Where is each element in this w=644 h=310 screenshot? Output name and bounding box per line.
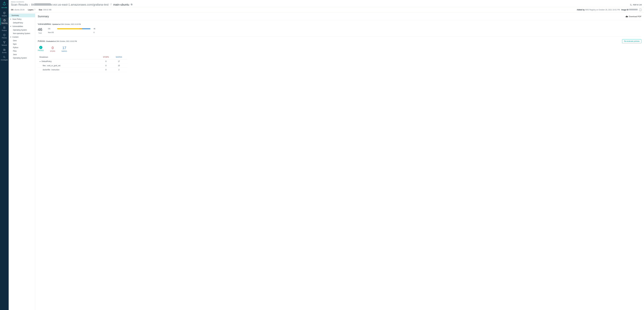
meta-os: ubuntu 20.04 bbox=[14, 9, 24, 11]
nav-scanning[interactable]: Scanning bbox=[0, 18, 9, 25]
reevaluate-policies-button[interactable]: Re-evaluate policies bbox=[622, 39, 642, 43]
image-metadata-bar: OSubuntu 20.04 Layers7 Size336.81 MB Add… bbox=[9, 7, 644, 13]
nav-network-label: Network bbox=[2, 44, 7, 46]
meta-added-by: AWS Registry bbox=[585, 9, 596, 11]
global-nav: SECURE Insights Scanning Posture Policie… bbox=[0, 0, 9, 310]
nav-posture[interactable]: Posture bbox=[0, 25, 9, 32]
sidebar-npm[interactable]: Npm bbox=[9, 42, 35, 46]
nav-investigate[interactable]: Investigate bbox=[0, 54, 9, 62]
sidebar-default-policy[interactable]: DefaultPolicy bbox=[9, 21, 35, 24]
product-logo[interactable] bbox=[2, 1, 7, 6]
sidebar-scan-policy[interactable]: Scan Policy bbox=[9, 17, 35, 21]
sidebar-vulnerabilities[interactable]: Vulnerabilities bbox=[9, 24, 35, 28]
policy-warns: 17 WARNS bbox=[62, 46, 67, 52]
sidebar-non-os[interactable]: Non-operating System bbox=[9, 32, 35, 35]
svg-rect-1 bbox=[4, 27, 5, 28]
redacted-image-id bbox=[629, 9, 638, 10]
policy-stops: 0 STOPS bbox=[50, 46, 55, 52]
sidebar-gem[interactable]: Gem bbox=[9, 39, 35, 42]
sidebar-java[interactable]: Java bbox=[9, 53, 35, 56]
nav-network[interactable]: Network bbox=[0, 40, 9, 47]
sidebar-summary[interactable]: Summary bbox=[9, 14, 35, 17]
chevron-down-icon[interactable] bbox=[40, 60, 41, 62]
table-row[interactable]: DefaultPolicy 0 17 bbox=[38, 60, 127, 64]
nav-insights[interactable]: Insights bbox=[0, 10, 9, 18]
nav-scanning-label: Scanning bbox=[2, 22, 8, 24]
vuln-total: 46 Total bbox=[38, 27, 42, 34]
redacted-account-id bbox=[34, 3, 50, 6]
sidebar-python[interactable]: Python bbox=[9, 46, 35, 49]
meta-size: 336.81 MB bbox=[43, 9, 52, 11]
page-title: Summary bbox=[38, 15, 49, 18]
crumb-sep: › bbox=[29, 3, 30, 6]
download-pdf-label: Download PDF bbox=[629, 16, 642, 18]
nav-policies[interactable]: Policies bbox=[0, 32, 9, 40]
sidebar-os[interactable]: Operating System bbox=[9, 28, 35, 32]
main-area: IMAGE SCANNING Scan Results › 84kr.ecr.u… bbox=[9, 0, 644, 310]
info-icon[interactable]: i bbox=[639, 8, 642, 11]
add-to-list-label: Add to List bbox=[633, 4, 642, 6]
tag-icon bbox=[110, 3, 112, 6]
vuln-chart: OS 46 Non-OS 0 bbox=[48, 28, 95, 33]
vuln-bar-os bbox=[57, 28, 90, 29]
section-sidebar: Summary Scan Policy DefaultPolicy Vulner… bbox=[9, 13, 35, 310]
crumb-registry: 84kr.ecr.us-east-1.amazonaws.com/grafana… bbox=[31, 3, 109, 6]
topbar: IMAGE SCANNING Scan Results › 84kr.ecr.u… bbox=[9, 0, 644, 7]
policies-title: Policies bbox=[38, 40, 45, 42]
meta-layers: 7 bbox=[34, 9, 35, 11]
svg-rect-10 bbox=[131, 4, 132, 5]
vuln-updated-at: 26th October, 2021 9:18 PM bbox=[61, 23, 81, 25]
vulnerabilities-section: Vulnerabilities Updated at 26th October,… bbox=[38, 20, 642, 36]
content: Summary Download PDF Vulnerabilities Upd… bbox=[35, 13, 644, 310]
download-pdf-button[interactable]: Download PDF bbox=[626, 15, 642, 18]
nav-policies-label: Policies bbox=[2, 37, 7, 39]
add-to-list-button[interactable]: Add to List bbox=[630, 4, 642, 6]
meta-added-on: October 26, 2021 10:01 PM bbox=[598, 9, 620, 11]
check-icon: ✓ bbox=[39, 46, 42, 49]
sidebar-os2[interactable]: Operating System bbox=[9, 56, 35, 60]
sidebar-content[interactable]: Content bbox=[9, 35, 35, 39]
table-row[interactable]: dockerfile : instruction 0 2 bbox=[38, 68, 127, 72]
policy-breakdown-table: Breakdown STOPS WARNS DefaultPolicy 0 17… bbox=[38, 55, 127, 72]
svg-rect-6 bbox=[4, 50, 5, 50]
nav-investigate-label: Investigate bbox=[1, 59, 8, 61]
policies-section: Policies Evaluated at 26th October, 2021… bbox=[38, 36, 642, 74]
scope-label: IMAGE SCANNING bbox=[11, 1, 642, 3]
vuln-bar-non-os bbox=[57, 32, 90, 33]
nav-insights-label: Insights bbox=[2, 15, 7, 16]
image-tag: main-ubuntu bbox=[113, 3, 129, 6]
breadcrumb: Scan Results › 84kr.ecr.us-east-1.amazon… bbox=[11, 3, 133, 6]
vuln-title: Vulnerabilities bbox=[38, 23, 51, 25]
policies-evaluated-at: 26th October, 2021 10:02 PM bbox=[56, 40, 77, 42]
nav-posture-label: Posture bbox=[2, 30, 7, 31]
svg-point-8 bbox=[111, 4, 112, 4]
nav-events-label: Events bbox=[2, 52, 7, 53]
crumb-root[interactable]: Scan Results bbox=[11, 3, 28, 6]
nav-events[interactable]: Events bbox=[0, 47, 9, 54]
product-label: SECURE bbox=[2, 7, 7, 8]
svg-rect-9 bbox=[131, 4, 132, 5]
svg-point-7 bbox=[3, 56, 5, 58]
copy-icon[interactable] bbox=[130, 3, 133, 6]
policy-passed: ✓ PASSED bbox=[38, 46, 44, 51]
sidebar-files[interactable]: Files bbox=[9, 49, 35, 53]
table-row[interactable]: files : suid_or_guid_set 0 15 bbox=[38, 64, 127, 68]
svg-point-4 bbox=[4, 43, 4, 43]
